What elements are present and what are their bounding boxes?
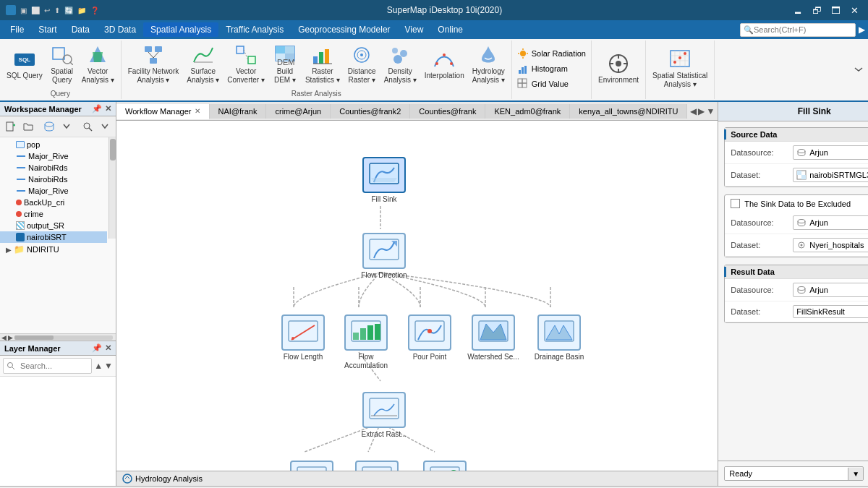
sql-query-btn[interactable]: SQL SQL Query	[3, 46, 46, 82]
tree-item-backup-cri[interactable]: BackUp_cri	[0, 197, 107, 208]
layer-pin-btn[interactable]: 📌	[92, 343, 102, 353]
tree-item-ndiritu[interactable]: ▶ 📁 NDIRITU	[0, 243, 107, 256]
surface-analysis-btn[interactable]: SurfaceAnalysis ▾	[183, 42, 223, 87]
menu-start[interactable]: Start	[31, 22, 64, 37]
node-pour-point[interactable]: Pour Point	[401, 314, 459, 361]
workspace-pin-btn[interactable]: 📌	[92, 104, 102, 114]
sink-exclude-dataset-select[interactable]: Nyeri_hospitals ▼	[793, 238, 868, 252]
svg-rect-20	[319, 52, 323, 64]
menu-traffic[interactable]: Traffic Analysis	[218, 22, 291, 37]
hydrology-btn[interactable]: HydrologyAnalysis ▾	[469, 42, 509, 87]
vector-converter-btn[interactable]: VectorConverter ▾	[224, 42, 268, 87]
node-flow-accum[interactable]: Flow Accumulation	[337, 314, 395, 370]
node-flow-length[interactable]: Flow Length	[274, 314, 332, 361]
workflow-bottom-tab: Hydrology Analysis	[116, 471, 718, 486]
layer-search-input[interactable]	[17, 360, 88, 372]
tab-next-btn[interactable]: ▶	[698, 106, 705, 116]
menu-spatial-analysis[interactable]: Spatial Analysis	[143, 22, 218, 37]
spatial-stats-btn[interactable]: Spatial StatisticalAnalysis ▾	[649, 46, 711, 91]
tree-item-nairobi-srt[interactable]: nairobiSRT	[0, 231, 107, 243]
svg-line-8	[148, 52, 153, 58]
source-dataset-select[interactable]: nairobiSRTMGL3_1 ▼	[793, 168, 868, 182]
menu-online[interactable]: Online	[430, 22, 470, 37]
tab-nai-frank[interactable]: NAI@frank	[210, 104, 267, 119]
node-connect-water[interactable]: Connect Wate...	[416, 461, 474, 471]
svg-point-105	[801, 244, 803, 247]
tree-scroll-right[interactable]: ▶	[8, 334, 13, 341]
interpolation-btn[interactable]: Interpolation	[421, 46, 468, 82]
grid-value-btn[interactable]: Grid Value	[515, 77, 588, 90]
menu-3d-data[interactable]: 3D Data	[97, 22, 143, 37]
search-input[interactable]	[754, 25, 848, 34]
ws-open-btn[interactable]	[20, 119, 36, 134]
tree-item-crime[interactable]: crime	[0, 208, 107, 220]
tab-list-btn[interactable]: ▼	[706, 106, 715, 116]
node-water-system[interactable]: Water System...	[348, 461, 406, 471]
node-extract-rast[interactable]: Extract Rast...	[355, 392, 413, 439]
menu-data[interactable]: Data	[64, 22, 97, 37]
tab-workflow-close[interactable]: ✕	[195, 107, 200, 115]
source-datasource-select[interactable]: Arjun ▼	[793, 145, 868, 160]
node-flow-direction[interactable]: Flow Direction	[355, 233, 413, 280]
workflow-canvas[interactable]: Fill Sink Flow Direction	[116, 121, 718, 471]
node-fill-sink[interactable]: Fill Sink	[355, 157, 413, 204]
menu-geoprocessing[interactable]: Geoprocessing Modeler	[291, 22, 397, 37]
node-watershed-se[interactable]: Watershed Se...	[464, 314, 522, 361]
tree-scroll-left[interactable]: ◀	[1, 334, 7, 341]
solar-radiation-btn[interactable]: Solar Radiation	[515, 47, 588, 60]
ws-dropdown-btn[interactable]	[59, 119, 75, 134]
environment-btn[interactable]: Environment	[595, 51, 642, 87]
raster-stats-btn[interactable]: RasterStatistics ▾	[302, 42, 344, 87]
restore-btn[interactable]: 🗗	[809, 4, 825, 17]
build-dem-btn[interactable]: DEM BuildDEM ▾	[269, 42, 301, 87]
workspace-close-btn[interactable]: ✕	[105, 104, 111, 114]
ribbon-collapse-btn[interactable]	[854, 64, 864, 76]
menu-view[interactable]: View	[398, 22, 431, 37]
spatial-query-btn[interactable]: SpatialQuery	[46, 42, 78, 87]
tree-item-pop[interactable]: pop	[0, 139, 107, 150]
tab-prev-btn[interactable]: ◀	[690, 106, 697, 116]
layer-up-btn[interactable]: ▲	[94, 361, 103, 371]
hydrology-tab-label: Hydrology Analysis	[135, 474, 203, 483]
tree-item-nairobi-rds2[interactable]: NairobiRds	[0, 174, 107, 185]
ready-dropdown-btn[interactable]: ▼	[848, 468, 863, 480]
density-analysis-btn[interactable]: DensityAnalysis ▾	[380, 42, 420, 87]
svg-rect-37	[519, 70, 521, 74]
tab-crime-arjun[interactable]: crime@Arjun	[266, 104, 331, 119]
tree-item-major-rive2[interactable]: Major_Rive	[0, 185, 107, 197]
layer-down-btn[interactable]: ▼	[104, 361, 113, 371]
window-controls[interactable]: 🗕 🗗 🗖 ✕	[790, 4, 862, 17]
tree-item-output-sr[interactable]: output_SR	[0, 220, 107, 231]
node-stream-order[interactable]: Stream Order	[283, 461, 341, 471]
vector-analysis-btn[interactable]: VectorAnalysis ▾	[78, 42, 118, 87]
ws-options-btn[interactable]	[97, 119, 113, 134]
svg-rect-87	[375, 324, 380, 340]
close-btn[interactable]: ✕	[846, 4, 862, 17]
minimize-btn[interactable]: 🗕	[790, 4, 806, 17]
tab-workflow[interactable]: Workflow Manager ✕	[116, 104, 210, 119]
tree-item-major-rive1[interactable]: Major_Rive	[0, 150, 107, 162]
ws-new-btn[interactable]	[3, 119, 19, 134]
sink-exclude-datasource-select[interactable]: Arjun ▼	[793, 215, 868, 230]
menu-file[interactable]: File	[3, 22, 31, 37]
search-box[interactable]: 🔍	[740, 23, 856, 37]
distance-raster-btn[interactable]: DistanceRaster ▾	[344, 42, 380, 87]
tab-ken-adm[interactable]: KEN_adm0@frank	[485, 104, 570, 119]
sink-exclude-checkbox[interactable]	[731, 199, 740, 208]
ribbon-group-stats: Spatial StatisticalAnalysis ▾	[646, 40, 715, 99]
maximize-btn[interactable]: 🗖	[827, 4, 843, 17]
node-drainage-basin[interactable]: Drainage Basin	[530, 314, 588, 361]
line-icon4	[17, 190, 25, 192]
histogram-btn[interactable]: Histogram	[515, 62, 588, 75]
ws-datasource-btn[interactable]	[41, 119, 57, 134]
facility-network-btn[interactable]: Facility NetworkAnalysis ▾	[124, 42, 183, 87]
result-datasource-select[interactable]: Arjun ▼	[793, 283, 868, 297]
tab-counties-frank[interactable]: Counties@frank	[410, 104, 485, 119]
ws-search-btn[interactable]	[80, 119, 95, 134]
result-dataset-input[interactable]	[793, 305, 868, 318]
tab-kenya-towns[interactable]: kenya_all_towns@NDIRITU	[570, 104, 687, 119]
expand-search-btn[interactable]: ▶	[859, 25, 865, 35]
layer-close-btn[interactable]: ✕	[105, 343, 111, 353]
tab-counties-frank2[interactable]: Counties@frank2	[331, 104, 410, 119]
tree-item-nairobi-rds1[interactable]: NairobiRds	[0, 162, 107, 174]
